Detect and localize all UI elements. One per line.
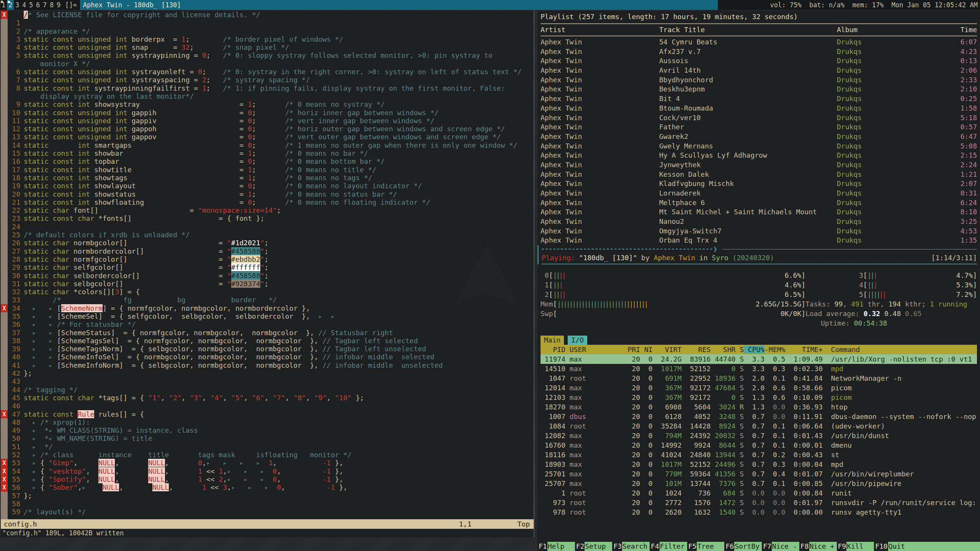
fkey-action-quit[interactable]: Quit (888, 542, 980, 551)
playlist-row[interactable]: Aphex TwinAfx237 v.7Drukqs4:23 (541, 47, 977, 57)
playlist-row[interactable]: Aphex TwinBbydhyonchordDrukqs2:33 (541, 75, 977, 85)
proc-cpu: 0.7 (744, 470, 764, 478)
col-time[interactable]: Time (952, 25, 977, 34)
proc-pid: 16760 (541, 441, 570, 449)
fkey-action-filter[interactable]: Filter (660, 542, 687, 551)
code-text: ▸ /* xprop(1): (24, 418, 534, 426)
process-row[interactable]: 14510 max 20 0 1017M 52152 0 S 3.3 0.3 0… (541, 364, 977, 373)
meter-ticks: |||| (553, 290, 785, 299)
playlist-row[interactable]: Aphex Twin54 Cymru BeatsDrukqs6:07 (541, 37, 977, 47)
proc-time: 0:06.64 (785, 422, 823, 430)
process-row[interactable]: 1007 dbus 20 0 6128 4052 3248 S 0.7 0.0 … (541, 412, 977, 421)
tab-main[interactable]: Main (541, 336, 564, 345)
playlist-row[interactable]: Aphex TwinMeltphace 6Drukqs6:24 (541, 198, 977, 208)
playlist-row[interactable]: Aphex TwinBtoum-RoumadaDrukqs1:58 (541, 104, 977, 113)
track-artist: Aphex Twin (541, 217, 659, 227)
tag-2[interactable]: 2 (7, 0, 14, 10)
tag-5[interactable]: 5 (28, 0, 34, 10)
code-text: ▸ ▸ [SchemeInfoSel] = { normbgcolor, nor… (24, 353, 534, 361)
process-row[interactable]: 25701 max 20 0 770M 59364 41356 S 0.7 0.… (541, 469, 977, 479)
playlist-row[interactable]: Aphex TwinKesson DalekDrukqs1:21 (541, 170, 977, 179)
sign-cell (1, 100, 8, 108)
playlist-row[interactable]: Aphex TwinOrban Eq Trx 4Drukqs1:35 (541, 236, 977, 245)
process-table-header[interactable]: PID USER PRI NI VIRT RES SHR S CPU%-MEM%… (541, 345, 977, 354)
proc-state: S (735, 374, 744, 382)
process-row[interactable]: 18903 max 20 0 1017M 52152 24496 S 0.7 0… (541, 460, 977, 469)
playlist-row[interactable]: Aphex TwinNanou2Drukqs3:25 (541, 217, 977, 227)
tag-4[interactable]: 4 (21, 0, 28, 10)
proc-shr: 20032 (710, 432, 735, 440)
process-row[interactable]: 1 root 20 0 1024 736 684 S 0.0 0.0 0:00.… (541, 488, 977, 498)
tag-6[interactable]: 6 (34, 0, 41, 10)
meter-row: Uptime: 00:54:38 (541, 318, 977, 328)
proc-virt: 1017M (653, 365, 682, 373)
playlist-row[interactable]: Aphex TwinOmgyjya-Switch7Drukqs4:53 (541, 227, 977, 236)
process-row[interactable]: 18270 max 20 0 6908 5604 3024 R 1.3 0.0 … (541, 402, 977, 412)
playlist-row[interactable]: Aphex TwinJynweythekDrukqs2:24 (541, 160, 977, 170)
code-text: static char selbgcolor[] = "#928374"; (24, 280, 534, 288)
proc-virt: 367M (653, 393, 682, 401)
tag-8[interactable]: 8 (48, 0, 55, 10)
fkey-action-nice-[interactable]: Nice + (809, 542, 837, 551)
playlist-row[interactable]: Aphex TwinHy A Scullyas Lyf AdhagrowDruk… (541, 151, 977, 160)
fkey-action-sortby[interactable]: SortBy (734, 542, 762, 551)
fkey-F2: F2 (575, 542, 585, 551)
col-track-title[interactable]: Track Title (659, 25, 837, 34)
process-row[interactable]: 25707 max 20 0 101M 13744 7376 S 0.7 0.1… (541, 479, 977, 488)
playlist-row[interactable]: Aphex TwinGwely MernansDrukqs5:08 (541, 142, 977, 151)
proc-res: 4052 (681, 412, 710, 421)
playlist-row[interactable]: Aphex TwinBit 4Drukqs0:25 (541, 94, 977, 104)
tag-9[interactable]: 9 (55, 0, 62, 10)
playlist-row[interactable]: Aphex TwinCock/ver10Drukqs5:18 (541, 113, 977, 123)
proc-res: 9924 (681, 441, 710, 449)
fkey-action-nice-[interactable]: Nice - (772, 542, 799, 551)
proc-user: root (570, 422, 624, 430)
fkey-action-help[interactable]: Help (547, 542, 575, 551)
bracket: [ (549, 280, 553, 290)
playlist-row[interactable]: Aphex TwinKladfvgbung MischkDrukqs2:07 (541, 179, 977, 189)
process-row[interactable]: 12103 max 20 0 367M 92172 0 S 1.3 0.6 0:… (541, 393, 977, 402)
col-album[interactable]: Album (837, 25, 952, 34)
playlist-row[interactable]: Aphex TwinGwarek2Drukqs6:47 (541, 132, 977, 142)
proc-mem: 0.0 (764, 489, 785, 497)
process-row[interactable]: 16760 max 20 0 14992 9924 8644 S 0.7 0.1… (541, 440, 977, 450)
proc-time: 0:02.30 (785, 365, 823, 373)
process-row[interactable]: 978 root 20 0 2620 1632 1540 S 0.0 0.0 0… (541, 507, 977, 517)
layout-indicator[interactable]: []= (62, 0, 80, 10)
song-progress-bar[interactable]: ❯ (542, 245, 977, 253)
playlist-row[interactable]: Aphex TwinAvril 14thDrukqs2:06 (541, 66, 977, 75)
playlist-row[interactable]: Aphex TwinFatherDrukqs0:57 (541, 122, 977, 132)
code-text: }; (24, 492, 534, 500)
line-number: 33 (8, 296, 24, 304)
fkey-action-setup[interactable]: Setup (585, 542, 612, 551)
playlist-row[interactable]: Aphex TwinLornaderekDrukqs0:31 (541, 189, 977, 198)
fkey-action-kill[interactable]: Kill (846, 542, 874, 551)
tag-3[interactable]: 3 (14, 0, 21, 10)
playlist-row[interactable]: Aphex TwinMt Saint Michel + Saint Michae… (541, 207, 977, 217)
meter-row: 2[||||6.5%]5[||||||7.2%] (541, 290, 977, 299)
fkey-action-tree[interactable]: Tree (697, 542, 724, 551)
tag-1[interactable]: 1 (0, 0, 7, 10)
proc-ni: 0 (640, 499, 653, 507)
vim-buffer[interactable]: X/* See LICENSE file for copyright and l… (1, 11, 534, 519)
proc-res: 1632 (681, 508, 710, 516)
playlist-row[interactable]: Aphex TwinAussoisDrukqs0:13 (541, 56, 977, 66)
tag-7[interactable]: 7 (41, 0, 48, 10)
col-artist[interactable]: Artist (541, 25, 659, 34)
process-row[interactable]: 12082 max 20 0 794M 24392 20032 S 0.7 0.… (541, 431, 977, 440)
playlist-row[interactable]: Aphex TwinBeskhu3epnmDrukqs2:10 (541, 85, 977, 94)
process-row[interactable]: 1084 root 20 0 35284 14428 8924 S 0.7 0.… (541, 421, 977, 431)
proc-time: 0:01.07 (785, 470, 823, 478)
process-row[interactable]: 1047 root 20 0 691M 22952 18936 S 2.0 0.… (541, 373, 977, 383)
sign-cell (1, 35, 8, 43)
tab-io[interactable]: I/O (568, 336, 587, 345)
track-title: Orban Eq Trx 4 (659, 236, 837, 245)
meter-value: 0K/0K (781, 309, 801, 318)
proc-ni: 0 (640, 489, 653, 497)
proc-shr: 7376 (710, 479, 735, 487)
process-row[interactable]: 18116 max 20 0 41024 24840 13944 S 0.7 0… (541, 450, 977, 460)
process-row[interactable]: 973 root 20 0 2772 1576 1472 S 0.0 0.0 0… (541, 498, 977, 507)
fkey-action-search[interactable]: Search (622, 542, 650, 551)
process-row[interactable]: 12014 max 20 0 367M 92172 47684 S 2.0 0.… (541, 383, 977, 393)
process-row[interactable]: 11974 max 20 0 24.2G 83916 44740 S 3.3 0… (541, 354, 977, 364)
